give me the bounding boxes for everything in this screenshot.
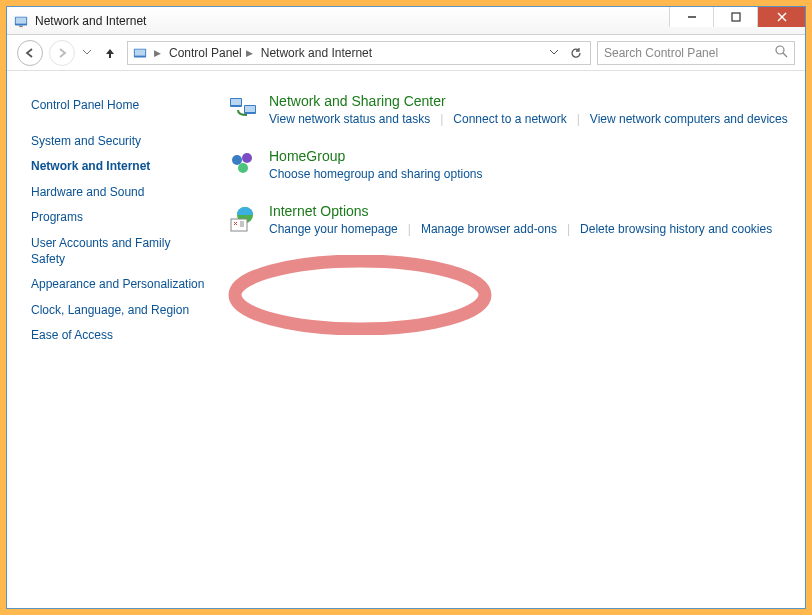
sidebar-item-appearance[interactable]: Appearance and Personalization (29, 272, 207, 298)
history-dropdown[interactable] (81, 50, 93, 55)
nav-toolbar: ▶ Control Panel▶ Network and Internet (7, 35, 805, 71)
sublink[interactable]: Connect to a network (453, 112, 566, 126)
sidebar-item-control-panel-home[interactable]: Control Panel Home (29, 93, 207, 119)
divider: | (577, 112, 580, 126)
main-panel: Network and Sharing Center View network … (217, 71, 805, 608)
svg-rect-2 (19, 25, 23, 27)
sidebar-item-system-security[interactable]: System and Security (29, 129, 207, 155)
maximize-button[interactable] (713, 7, 757, 27)
sublink[interactable]: View network status and tasks (269, 112, 430, 126)
content-area: Control Panel Home System and Security N… (7, 71, 805, 608)
control-panel-icon (13, 13, 29, 29)
location-icon (132, 45, 148, 61)
category-title[interactable]: Internet Options (269, 203, 795, 219)
sublink[interactable]: Change your homepage (269, 222, 398, 236)
divider: | (567, 222, 570, 236)
up-button[interactable] (99, 42, 121, 64)
category-title[interactable]: HomeGroup (269, 148, 795, 164)
svg-point-15 (232, 155, 242, 165)
sidebar-item-user-accounts[interactable]: User Accounts and Family Safety (29, 231, 207, 272)
sidebar-item-clock-language-region[interactable]: Clock, Language, and Region (29, 298, 207, 324)
breadcrumb-item[interactable]: Control Panel▶ (167, 44, 255, 62)
network-sharing-icon (227, 93, 259, 125)
category-homegroup: HomeGroup Choose homegroup and sharing o… (227, 148, 795, 181)
forward-button[interactable] (49, 40, 75, 66)
svg-point-17 (238, 163, 248, 173)
sidebar-item-ease-of-access[interactable]: Ease of Access (29, 323, 207, 349)
svg-rect-8 (135, 49, 146, 55)
homegroup-icon (227, 148, 259, 180)
svg-rect-12 (231, 99, 241, 105)
sidebar-item-network-internet[interactable]: Network and Internet (29, 154, 207, 180)
svg-rect-14 (245, 106, 255, 112)
refresh-button[interactable] (566, 43, 586, 63)
internet-options-icon (227, 203, 259, 235)
window-title: Network and Internet (35, 14, 669, 28)
sublink[interactable]: View network computers and devices (590, 112, 788, 126)
svg-point-9 (776, 46, 784, 54)
sublink[interactable]: Manage browser add-ons (421, 222, 557, 236)
category-title[interactable]: Network and Sharing Center (269, 93, 795, 109)
svg-point-16 (242, 153, 252, 163)
breadcrumb-item[interactable]: Network and Internet (259, 44, 374, 62)
category-internet-options: Internet Options Change your homepage | … (227, 203, 795, 236)
category-network-sharing: Network and Sharing Center View network … (227, 93, 795, 126)
back-button[interactable] (17, 40, 43, 66)
svg-rect-4 (732, 13, 740, 21)
svg-line-10 (783, 53, 787, 57)
search-input[interactable] (604, 46, 788, 60)
window-frame: Network and Internet ▶ Control Panel▶ Ne… (6, 6, 806, 609)
divider: | (408, 222, 411, 236)
svg-rect-1 (16, 17, 27, 23)
sidebar-item-hardware-sound[interactable]: Hardware and Sound (29, 180, 207, 206)
divider: | (440, 112, 443, 126)
sublink[interactable]: Delete browsing history and cookies (580, 222, 772, 236)
address-bar[interactable]: ▶ Control Panel▶ Network and Internet (127, 41, 591, 65)
sidebar-item-programs[interactable]: Programs (29, 205, 207, 231)
minimize-button[interactable] (669, 7, 713, 27)
address-dropdown[interactable] (544, 43, 564, 63)
search-icon (775, 45, 788, 61)
close-button[interactable] (757, 7, 805, 27)
svg-rect-19 (231, 219, 247, 231)
breadcrumb-root-chevron[interactable]: ▶ (152, 46, 163, 60)
titlebar[interactable]: Network and Internet (7, 7, 805, 35)
sidebar: Control Panel Home System and Security N… (7, 71, 217, 608)
sublink[interactable]: Choose homegroup and sharing options (269, 167, 482, 181)
search-box[interactable] (597, 41, 795, 65)
